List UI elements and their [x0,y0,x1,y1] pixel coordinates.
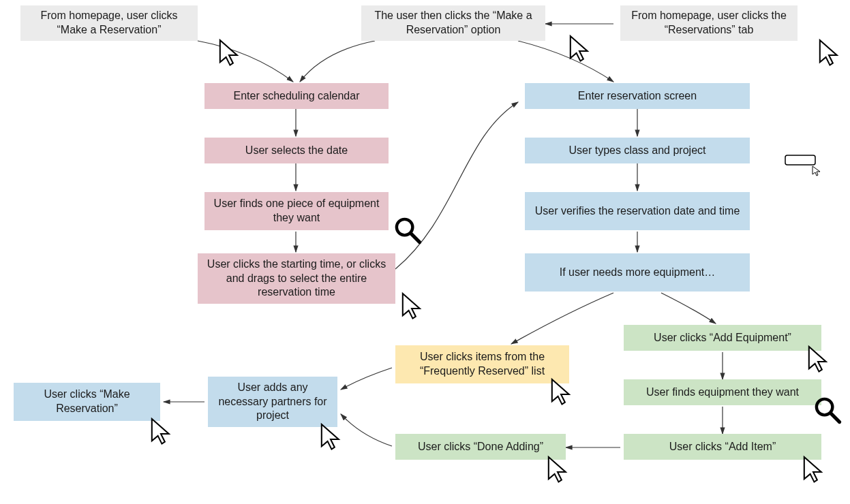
step-label: User finds equipment they want [646,385,799,400]
text-input-icon [784,154,825,177]
cursor-icon [567,34,592,64]
search-icon [393,215,423,245]
step-click-make-reservation-option: The user then clicks the “Make a Reserva… [361,5,545,41]
connector-layer [0,0,850,504]
step-if-more-equipment: If user needs more equipment… [525,253,750,292]
step-label: User clicks the starting time, or clicks… [206,257,387,300]
step-homepage-reservations-tab: From homepage, user clicks the “Reservat… [620,5,798,41]
step-enter-reservation-screen: Enter reservation screen [525,83,750,109]
step-type-class-project: User types class and project [525,138,750,163]
svg-rect-15 [785,155,815,165]
step-select-date: User selects the date [204,138,389,163]
step-label: Enter reservation screen [578,89,697,104]
svg-line-14 [830,413,839,422]
step-label: The user then clicks the “Make a Reserva… [369,9,537,37]
step-select-time: User clicks the starting time, or clicks… [198,253,395,304]
step-label: Enter scheduling calendar [233,89,359,104]
step-add-item: User clicks “Add Item” [624,434,821,460]
step-label: User verifies the reservation date and t… [535,204,740,219]
step-label: User selects the date [245,144,348,158]
step-frequently-reserved: User clicks items from the “Frequently R… [395,345,569,383]
step-find-equipment: User finds one piece of equipment they w… [204,192,389,230]
step-label: From homepage, user clicks “Make a Reser… [29,9,189,37]
step-label: If user needs more equipment… [560,266,716,280]
step-done-adding: User clicks “Done Adding” [395,434,566,460]
step-add-partners: User adds any necessary partners for pro… [208,377,337,427]
step-label: User clicks “Done Adding” [418,440,543,454]
step-enter-calendar: Enter scheduling calendar [204,83,389,109]
step-label: User finds one piece of equipment they w… [213,197,380,225]
step-label: User adds any necessary partners for pro… [216,381,329,423]
step-make-reservation: User clicks “Make Reservation” [14,383,160,421]
svg-point-11 [397,219,412,235]
cursor-icon [817,38,841,68]
step-label: From homepage, user clicks the “Reservat… [628,9,789,37]
step-label: User clicks “Make Reservation” [22,388,152,416]
step-homepage-make-reservation: From homepage, user clicks “Make a Reser… [20,5,198,41]
step-label: User clicks items from the “Frequently R… [404,350,561,379]
step-find-equipment-2: User finds equipment they want [624,379,821,405]
svg-line-12 [410,233,419,242]
cursor-icon [149,417,173,447]
cursor-icon [217,38,241,68]
step-label: User clicks “Add Equipment” [654,331,791,345]
step-label: User types class and project [569,144,706,158]
step-add-equipment: User clicks “Add Equipment” [624,325,821,351]
step-verify-date-time: User verifies the reservation date and t… [525,192,750,230]
cursor-icon [399,292,424,321]
step-label: User clicks “Add Item” [669,440,776,454]
